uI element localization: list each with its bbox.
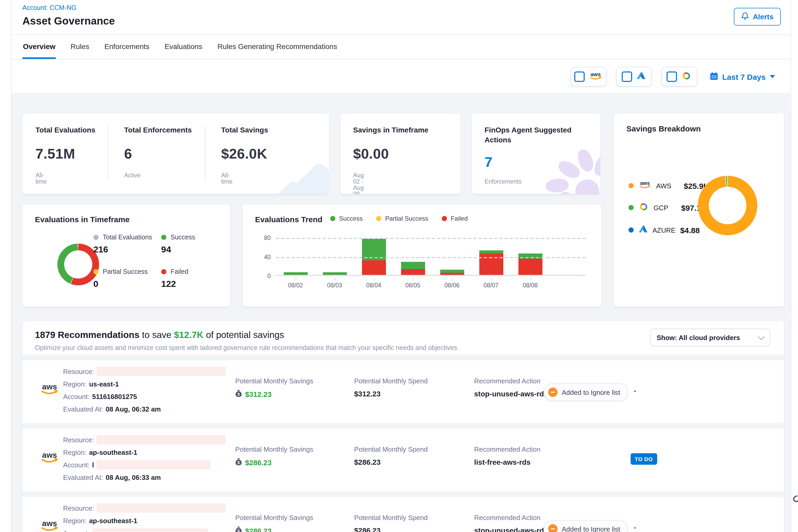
- minus-circle-icon: [548, 524, 557, 532]
- stacked-bar[interactable]: [401, 262, 425, 275]
- date-range-picker[interactable]: Last 7 Days: [709, 72, 775, 82]
- evaluations-trend-title: Evaluations Trend: [255, 215, 322, 224]
- x-axis-tick-label: 08/03: [315, 278, 354, 288]
- savings-breakdown-card: Savings Breakdown aws AWS $25.9K GCP $97…: [614, 114, 784, 307]
- legend-partial-success: Partial Success 0: [93, 268, 148, 289]
- tab-enforcements[interactable]: Enforcements: [104, 35, 150, 59]
- chevron-down-icon: [770, 75, 775, 78]
- legend-label: Partial Success: [385, 215, 428, 222]
- legend-label: Success: [339, 215, 363, 222]
- gridline: [276, 238, 586, 239]
- tab-overview[interactable]: Overview: [22, 35, 56, 59]
- page-header: Account: CCM-NG Asset Governance Alerts: [12, 0, 791, 35]
- divider: [205, 126, 206, 180]
- legend-dot: [376, 216, 382, 221]
- aws-filter-chip[interactable]: aws: [570, 67, 606, 87]
- resource-fields: Resource: Region:ap-southeast-1 Account:…: [63, 433, 226, 483]
- legend-failed: Failed 122: [161, 268, 188, 289]
- bar-slot: [432, 237, 472, 275]
- potential-monthly-savings-value: $312.23: [245, 390, 271, 398]
- account-value: 511616801275: [92, 393, 137, 400]
- region-label: Region:: [63, 380, 87, 388]
- recommendations-card: 1879 Recommendations to save $12.7K of p…: [22, 321, 784, 532]
- added-to-ignore-list-pill[interactable]: Added to Ignore list: [544, 520, 628, 532]
- bar-slot: [315, 237, 354, 275]
- stacked-bar[interactable]: [323, 272, 347, 275]
- evaluations-in-timeframe-card: Evaluations in Timeframe Total Evaluatio…: [22, 205, 230, 307]
- resource-fields: Resource: Region:ap-southeast-1 Account:…: [63, 502, 226, 532]
- potential-monthly-spend-value: $286.23: [354, 458, 428, 466]
- x-axis-tick-label: 08/08: [511, 278, 550, 288]
- total-savings-caption: All-time: [221, 172, 232, 185]
- tab-rules[interactable]: Rules: [70, 35, 90, 59]
- legend-success: Success 94: [161, 234, 195, 255]
- potential-monthly-spend-value: $312.23: [354, 390, 428, 398]
- money-bag-icon: $: [235, 526, 242, 532]
- recommendations-count: 1879 Recommendations: [35, 330, 139, 340]
- bell-icon: [741, 12, 749, 22]
- evaluations-in-timeframe-title: Evaluations in Timeframe: [35, 215, 130, 224]
- total-enforcements-caption: Active: [124, 172, 140, 178]
- bar-segment-success: [401, 262, 425, 269]
- tab-rules-generating-recommendations[interactable]: Rules Generating Recommendations: [217, 35, 338, 59]
- legend-dot: [161, 269, 166, 274]
- savings-breakdown-title: Savings Breakdown: [626, 124, 701, 133]
- tab-bar: Overview Rules Enforcements Evaluations …: [12, 35, 791, 59]
- stacked-bar[interactable]: [283, 272, 307, 275]
- scroll-gutter[interactable]: [791, 0, 798, 532]
- total-enforcements-value: 6: [124, 146, 132, 162]
- savings-in-timeframe-label: Savings in Timeframe: [353, 125, 457, 135]
- help-widget-icon-partial[interactable]: [792, 494, 798, 510]
- legend-label: Partial Success: [103, 268, 148, 276]
- finops-agent-caption: Enforcements: [484, 178, 521, 185]
- x-axis-line: [276, 275, 586, 276]
- potential-monthly-savings-label: Potential Monthly Savings: [235, 445, 313, 453]
- region-value: ap-southeast-1: [89, 517, 137, 525]
- provider-name: AZURE: [652, 226, 676, 234]
- alerts-button[interactable]: Alerts: [734, 8, 781, 25]
- redacted-account-value: [92, 528, 208, 532]
- date-range-label: Last 7 Days: [722, 72, 766, 81]
- total-enforcements-label: Total Enforcements: [124, 125, 228, 135]
- y-axis-tick-label: 80: [264, 235, 271, 241]
- y-axis-tick-label: 0: [267, 273, 271, 279]
- recommendation-row[interactable]: aws Resource: Region:ap-southeast-1 Acco…: [22, 429, 784, 491]
- recommendation-row[interactable]: aws Resource: Region:ap-southeast-1 Acco…: [22, 497, 784, 532]
- legend-value: 216: [93, 245, 152, 255]
- tab-evaluations[interactable]: Evaluations: [164, 35, 203, 59]
- azure-logo-icon: [636, 72, 646, 82]
- bar-slot: [511, 237, 550, 275]
- azure-filter-chip[interactable]: [616, 67, 652, 87]
- breakdown-row-gcp: GCP $97.19: [628, 201, 705, 214]
- gcp-filter-chip[interactable]: [661, 67, 697, 87]
- aws-checkbox[interactable]: [574, 72, 585, 82]
- potential-monthly-savings-value: $286.23: [245, 458, 271, 467]
- x-axis-tick-label: 08/06: [432, 278, 472, 288]
- legend-dot: [161, 235, 166, 240]
- cloud-provider-filter-select[interactable]: Show: All cloud providers: [650, 328, 771, 346]
- resource-label: Resource:: [63, 367, 94, 375]
- save-prefix: to save: [142, 330, 171, 340]
- stacked-bar[interactable]: [479, 250, 503, 275]
- totals-kpi-card: Total Evaluations 7.51M All-time Total E…: [22, 114, 329, 194]
- account-breadcrumb-link[interactable]: Account: CCM-NG: [22, 4, 76, 12]
- calendar-icon: [709, 72, 718, 82]
- potential-monthly-spend-label: Potential Monthly Spend: [354, 445, 428, 453]
- recommended-action-label: Recommended Action: [474, 377, 548, 385]
- recommendation-row[interactable]: aws Resource: Region:us-east-1 Account:5…: [22, 360, 784, 423]
- trend-legend: Success Partial Success Failed: [330, 215, 468, 222]
- added-to-ignore-list-pill[interactable]: Added to Ignore list: [544, 383, 628, 401]
- legend-label: Success: [171, 234, 195, 241]
- x-axis-tick-label: 08/07: [472, 278, 511, 288]
- aws-logo-icon: aws: [589, 71, 603, 82]
- recommended-action-value: list-free-aws-rds: [474, 458, 540, 466]
- legend-label: Failed: [171, 268, 188, 276]
- stacked-bar[interactable]: [440, 270, 464, 275]
- legend-dot: [93, 235, 99, 240]
- todo-status-badge: TO DO: [631, 453, 657, 465]
- gcp-checkbox[interactable]: [667, 72, 677, 82]
- azure-checkbox[interactable]: [622, 72, 632, 82]
- account-label: Account:: [63, 393, 90, 400]
- redacted-resource-value: [97, 435, 226, 444]
- savings-in-timeframe-caption: Aug 02 - Aug 09: [353, 172, 364, 194]
